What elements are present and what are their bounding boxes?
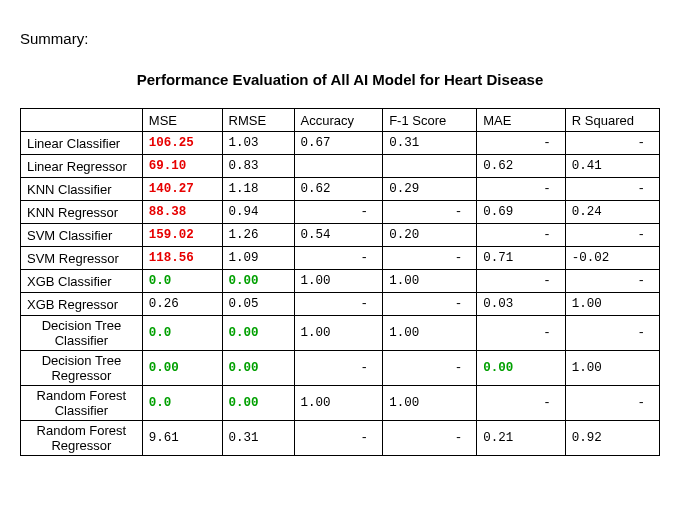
value-cell: 0.00 [477, 351, 566, 386]
value-cell: 0.0 [142, 316, 222, 351]
value-cell: 0.54 [294, 224, 383, 247]
col-header-mae: MAE [477, 109, 566, 132]
value-cell: 0.24 [565, 201, 659, 224]
value-cell: 0.21 [477, 421, 566, 456]
table-row: SVM Classifier159.021.260.540.20-- [21, 224, 660, 247]
value-cell: 106.25 [142, 132, 222, 155]
value-cell: 0.92 [565, 421, 659, 456]
value-cell: 0.00 [222, 351, 294, 386]
table-row: Decision Tree Regressor0.000.00--0.001.0… [21, 351, 660, 386]
value-cell [294, 155, 383, 178]
value-cell: 1.09 [222, 247, 294, 270]
value-cell: 1.00 [383, 386, 477, 421]
model-name-cell: XGB Regressor [21, 293, 143, 316]
model-name-cell: SVM Regressor [21, 247, 143, 270]
col-header-blank [21, 109, 143, 132]
performance-table: MSE RMSE Accuracy F-1 Score MAE R Square… [20, 108, 660, 456]
value-cell: 0.0 [142, 386, 222, 421]
value-cell: - [383, 293, 477, 316]
value-cell: 0.20 [383, 224, 477, 247]
col-header-accuracy: Accuracy [294, 109, 383, 132]
value-cell: 88.38 [142, 201, 222, 224]
model-name-cell: Random Forest Classifier [21, 386, 143, 421]
table-row: KNN Regressor88.380.94--0.690.24 [21, 201, 660, 224]
table-row: SVM Regressor118.561.09--0.71-0.02 [21, 247, 660, 270]
value-cell: 0.69 [477, 201, 566, 224]
table-row: Random Forest Classifier0.00.001.001.00-… [21, 386, 660, 421]
value-cell: 0.29 [383, 178, 477, 201]
value-cell: 0.62 [294, 178, 383, 201]
value-cell: - [477, 178, 566, 201]
value-cell: - [383, 247, 477, 270]
table-header-row: MSE RMSE Accuracy F-1 Score MAE R Square… [21, 109, 660, 132]
value-cell: 1.18 [222, 178, 294, 201]
value-cell: 0.31 [222, 421, 294, 456]
page-title: Performance Evaluation of All AI Model f… [20, 71, 660, 88]
table-row: Linear Classifier106.251.030.670.31-- [21, 132, 660, 155]
value-cell: - [294, 351, 383, 386]
value-cell: 0.41 [565, 155, 659, 178]
value-cell: - [477, 386, 566, 421]
value-cell: 1.00 [383, 270, 477, 293]
model-name-cell: Random Forest Regressor [21, 421, 143, 456]
table-row: XGB Classifier0.00.001.001.00-- [21, 270, 660, 293]
value-cell: - [383, 351, 477, 386]
model-name-cell: SVM Classifier [21, 224, 143, 247]
value-cell: 0.00 [222, 270, 294, 293]
summary-label: Summary: [20, 30, 660, 47]
value-cell: 1.00 [294, 316, 383, 351]
value-cell: - [477, 132, 566, 155]
value-cell: 0.0 [142, 270, 222, 293]
value-cell: 1.26 [222, 224, 294, 247]
value-cell: 0.67 [294, 132, 383, 155]
value-cell: 1.00 [294, 386, 383, 421]
model-name-cell: Linear Classifier [21, 132, 143, 155]
value-cell: 1.00 [294, 270, 383, 293]
value-cell: - [565, 132, 659, 155]
value-cell: 69.10 [142, 155, 222, 178]
value-cell: - [294, 247, 383, 270]
value-cell: - [565, 270, 659, 293]
col-header-mse: MSE [142, 109, 222, 132]
value-cell: - [477, 316, 566, 351]
value-cell: 118.56 [142, 247, 222, 270]
value-cell: - [294, 201, 383, 224]
value-cell: 159.02 [142, 224, 222, 247]
value-cell: 0.00 [142, 351, 222, 386]
value-cell: 1.00 [565, 293, 659, 316]
value-cell: 0.62 [477, 155, 566, 178]
value-cell: - [565, 316, 659, 351]
value-cell: - [294, 293, 383, 316]
value-cell: 0.00 [222, 386, 294, 421]
value-cell: 9.61 [142, 421, 222, 456]
value-cell: - [565, 386, 659, 421]
value-cell: 0.83 [222, 155, 294, 178]
model-name-cell: KNN Classifier [21, 178, 143, 201]
value-cell: 0.03 [477, 293, 566, 316]
value-cell [383, 155, 477, 178]
table-body: Linear Classifier106.251.030.670.31--Lin… [21, 132, 660, 456]
table-row: Linear Regressor69.100.830.620.41 [21, 155, 660, 178]
value-cell: 0.26 [142, 293, 222, 316]
value-cell: 0.94 [222, 201, 294, 224]
value-cell: 1.00 [565, 351, 659, 386]
value-cell: 0.71 [477, 247, 566, 270]
value-cell: 0.31 [383, 132, 477, 155]
value-cell: - [565, 178, 659, 201]
col-header-f1: F-1 Score [383, 109, 477, 132]
value-cell: - [383, 201, 477, 224]
value-cell: - [383, 421, 477, 456]
table-row: Random Forest Regressor9.610.31--0.210.9… [21, 421, 660, 456]
value-cell: 1.00 [383, 316, 477, 351]
value-cell: 140.27 [142, 178, 222, 201]
value-cell: - [294, 421, 383, 456]
model-name-cell: KNN Regressor [21, 201, 143, 224]
value-cell: 0.00 [222, 316, 294, 351]
model-name-cell: XGB Classifier [21, 270, 143, 293]
value-cell: - [477, 224, 566, 247]
value-cell: -0.02 [565, 247, 659, 270]
value-cell: - [565, 224, 659, 247]
value-cell: - [477, 270, 566, 293]
model-name-cell: Decision Tree Regressor [21, 351, 143, 386]
value-cell: 1.03 [222, 132, 294, 155]
